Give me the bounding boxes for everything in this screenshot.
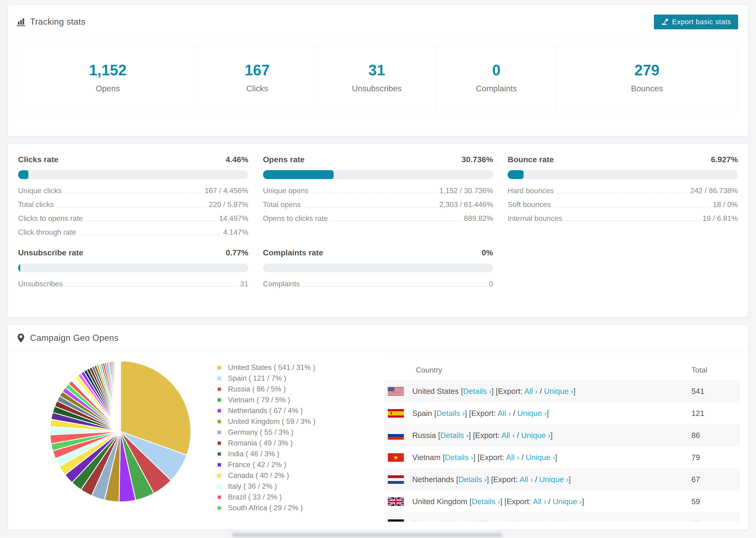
rate-row-value: 19 / 6.81% (702, 214, 738, 223)
country-name: Germany (412, 519, 444, 522)
legend-item: France ( 42 / 2% ) (217, 459, 315, 470)
details-link[interactable]: Details › (440, 431, 469, 440)
details-link[interactable]: Details › (458, 475, 487, 484)
dotted-leader (565, 221, 700, 221)
details-link[interactable]: Details › (463, 387, 491, 396)
stat-label: Clicks (246, 84, 268, 93)
rate-row-value: 2,303 / 61.446% (439, 200, 493, 209)
export-all-link[interactable]: All › (502, 431, 515, 440)
legend-swatch (217, 387, 222, 392)
legend-swatch (217, 506, 222, 511)
export-unique-link[interactable]: Unique › (529, 519, 559, 522)
country-cell: United States [Details ›] [Export: All ›… (412, 387, 575, 396)
country-cell: Vietnam [Details ›] [Export: All › / Uni… (412, 453, 557, 462)
legend-item: Canada ( 40 / 2% ) (217, 470, 315, 481)
geo-table-row-gb: United Kingdom [Details ›] [Export: All … (384, 491, 740, 512)
export-unique-link[interactable]: Unique › (553, 497, 582, 506)
legend-label: Spain ( 121 / 7% ) (228, 374, 286, 383)
details-link[interactable]: Details › (449, 519, 477, 522)
campaign-geo-opens-card: Campaign Geo Opens United States ( 541 /… (8, 324, 748, 530)
export-all-link[interactable]: All › (524, 387, 538, 396)
legend-item: India ( 46 / 3% ) (217, 449, 315, 459)
rate-row-label: Click through rate (18, 228, 76, 237)
geo-table-row-us: United States [Details ›] [Export: All ›… (384, 380, 740, 402)
export-unique-link[interactable]: Unique › (539, 475, 568, 484)
export-all-link[interactable]: All › (506, 453, 519, 462)
export-all-link[interactable]: All › (519, 475, 533, 484)
flag-vietnam (388, 453, 404, 462)
export-all-link[interactable]: All › (533, 497, 546, 506)
rate-row-label: Unique clicks (18, 187, 62, 195)
stat-box-unsubscribes: 31Unsubscribes (317, 46, 437, 112)
rate-value: 0% (482, 248, 493, 257)
rate-row: Hard bounces242 / 86.738% (508, 184, 738, 198)
rate-title: Opens rate (263, 155, 305, 164)
legend-label: India ( 46 / 3% ) (228, 450, 279, 458)
rate-value: 4.46% (226, 155, 248, 164)
export-unique-link[interactable]: Unique › (544, 387, 573, 396)
rate-row-label: Complaints (263, 280, 300, 288)
legend-item: South Africa ( 29 / 2% ) (217, 503, 315, 513)
rate-value: 0.77% (226, 248, 248, 257)
rate-row: Total clicks220 / 5.87% (18, 198, 248, 211)
legend-swatch (217, 452, 222, 457)
rate-row-label: Total opens (263, 200, 301, 209)
total-cell: 86 (691, 431, 740, 440)
export-all-link[interactable]: All › (510, 519, 523, 522)
rate-row-value: 4.147% (223, 228, 248, 237)
details-link[interactable]: Details › (472, 497, 500, 506)
legend-item: Romania ( 49 / 3% ) (217, 438, 315, 449)
flag-spain (388, 409, 404, 418)
rate-row-label: Clicks to opens rate (18, 214, 83, 223)
total-cell: 59 (691, 497, 740, 506)
dotted-leader (66, 286, 237, 287)
legend-label: United Kingdom ( 59 / 3% ) (228, 417, 315, 426)
progress-bar (263, 263, 493, 272)
bar-chart-icon (16, 17, 26, 27)
legend-label: Italy ( 36 / 2% ) (228, 482, 277, 491)
rate-row: Soft bounces18 / 0% (508, 198, 738, 211)
rate-row-value: 689.82% (464, 214, 493, 223)
country-name: Vietnam (412, 453, 441, 462)
rates-card: Clicks rate4.46%Unique clicks167 / 4.456… (8, 143, 748, 317)
rate-title: Clicks rate (18, 155, 58, 164)
export-unique-link[interactable]: Unique › (526, 453, 555, 462)
flag-united-states (388, 387, 404, 396)
rate-title: Bounce rate (508, 155, 554, 164)
rate-value: 30.736% (461, 155, 493, 164)
rate-section-bounce-rate: Bounce rate6.927%Hard bounces242 / 86.73… (508, 155, 738, 239)
stat-box-complaints: 0Complaints (437, 46, 556, 112)
rate-row-label: Opens to clicks rate (263, 214, 328, 223)
export-all-link[interactable]: All › (498, 409, 511, 418)
flag-netherlands (388, 475, 404, 484)
export-unique-link[interactable]: Unique › (521, 431, 551, 440)
rate-section-unsubscribe-rate: Unsubscribe rate0.77%Unsubscribes31 (18, 248, 248, 291)
rate-value: 6.927% (711, 155, 738, 164)
legend-label: Canada ( 40 / 2% ) (228, 471, 289, 480)
rate-row: Click through rate4.147% (18, 225, 248, 239)
geo-table-row-es: Spain [Details ›] [Export: All › / Uniqu… (384, 402, 740, 424)
legend-swatch (217, 398, 222, 403)
legend-swatch (217, 419, 222, 424)
horizontal-scrollbar-thumb[interactable] (232, 533, 503, 537)
total-cell: 121 (691, 409, 740, 418)
progress-bar (263, 170, 493, 179)
legend-item: Vietnam ( 79 / 5% ) (217, 395, 315, 405)
legend-item: Russia ( 86 / 5% ) (217, 384, 315, 395)
legend-label: United States ( 541 / 31% ) (228, 363, 315, 372)
dotted-leader (86, 221, 216, 221)
total-cell: 541 (691, 387, 740, 396)
export-unique-link[interactable]: Unique › (517, 409, 547, 418)
details-link[interactable]: Details › (436, 409, 465, 418)
summary-stats-row: 1,152Opens167Clicks31Unsubscribes0Compla… (18, 46, 738, 112)
details-link[interactable]: Details › (445, 453, 473, 462)
legend-item: Germany ( 55 / 3% ) (217, 427, 315, 438)
total-cell: 55 (691, 519, 740, 522)
dotted-leader (303, 207, 436, 207)
country-cell: Russia [Details ›] [Export: All › / Uniq… (412, 431, 553, 440)
geo-title: Campaign Geo Opens (30, 333, 119, 343)
country-cell: United Kingdom [Details ›] [Export: All … (412, 497, 584, 506)
export-basic-stats-button[interactable]: Export basic stats (654, 15, 738, 29)
legend-swatch (217, 484, 222, 489)
progress-bar (18, 170, 248, 179)
